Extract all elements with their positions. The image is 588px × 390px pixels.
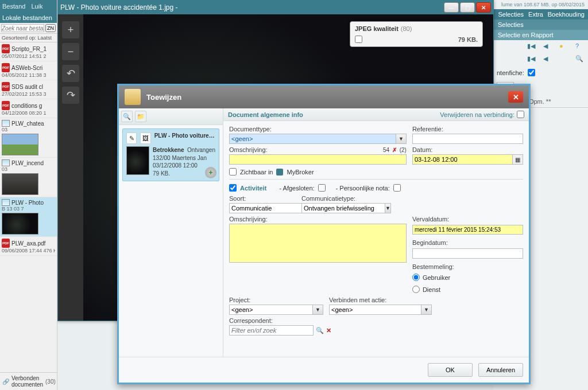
search-icon[interactable]: 🔍 xyxy=(316,327,324,334)
spacer xyxy=(559,55,567,63)
project-select[interactable] xyxy=(229,305,313,315)
dropdown-icon[interactable]: ▼ xyxy=(313,305,323,315)
vervaldatum-input[interactable] xyxy=(412,225,523,235)
omschrijving-input[interactable] xyxy=(229,154,407,165)
gebruiker-radio[interactable] xyxy=(412,274,420,281)
omschrijving-label: Omschrijving: xyxy=(229,146,268,153)
fiche-checkbox[interactable] xyxy=(528,69,535,76)
help-icon[interactable]: ? xyxy=(575,42,583,50)
dienst-radio[interactable] xyxy=(412,286,420,293)
image-icon[interactable]: 🖼 xyxy=(140,132,150,144)
nav-first-icon[interactable]: ▮◀ xyxy=(527,55,535,63)
persnota-checkbox[interactable] xyxy=(393,184,401,192)
viewer-title: PLW - Photo voiture accidentée 1.jpg - xyxy=(60,3,178,11)
afgesloten-label: - Afgesloten: xyxy=(279,185,314,192)
bg-status: lume van 108.67 MB. op 08/02/2015 xyxy=(493,0,588,9)
dropdown-icon[interactable]: ▼ xyxy=(385,203,391,213)
ok-button[interactable]: OK xyxy=(428,363,473,377)
file-list[interactable]: PDFScripto_FR_1 05/07/2012 14:51 2 PDFAS… xyxy=(0,42,57,372)
menu-item-boekhouding[interactable]: Boekhouding xyxy=(548,11,585,18)
menu-bestand[interactable]: Bestand xyxy=(2,3,25,10)
zichtbaar-checkbox[interactable] xyxy=(229,168,237,176)
maximize-button[interactable]: ▢ xyxy=(460,2,475,13)
list-item[interactable]: PLW_chatea 03 xyxy=(0,118,57,158)
dropdown-icon[interactable]: ▼ xyxy=(421,305,432,315)
activiteit-label: Activiteit xyxy=(240,185,266,192)
image-icon xyxy=(2,159,10,166)
thumbnail xyxy=(2,134,38,155)
search-input[interactable] xyxy=(1,24,44,32)
nav-prev-icon[interactable]: ◀ xyxy=(543,42,551,50)
search-button[interactable]: ZN xyxy=(45,24,56,32)
bestemmeling-label: Bestemmeling: xyxy=(412,263,523,270)
correspondent-input[interactable] xyxy=(229,325,314,336)
delete-after-link-checkbox[interactable] xyxy=(517,111,524,118)
nav-prev-icon[interactable]: ◀ xyxy=(543,55,551,63)
search-icon[interactable]: 🔍 xyxy=(575,55,583,63)
datum-input[interactable] xyxy=(412,154,513,165)
close-button[interactable]: ✕ xyxy=(476,2,491,13)
undo-button[interactable]: ↶ xyxy=(62,65,79,82)
bg-toolbar-icons: ▮◀ ◀ ● ? xyxy=(493,40,588,53)
menu-luik[interactable]: Luik xyxy=(31,3,42,10)
list-item-selected[interactable]: PLW - Photo B 13 03 7 xyxy=(0,197,57,237)
dialog-left-panel: 🔍 📁 ✎ 🖼 PLW - Photo voiture ac... Betrok… xyxy=(119,108,223,357)
search-tool-button[interactable]: 🔍 xyxy=(121,111,133,122)
correspondent-label: Correspondent: xyxy=(229,317,327,324)
pdf-icon: PDF xyxy=(2,101,10,110)
activiteit-checkbox[interactable] xyxy=(229,184,237,192)
bg-toolbar-icons-2: ▮◀ ◀ 🔍 xyxy=(493,53,588,65)
dialog-titlebar[interactable]: Toewijzen ✕ xyxy=(119,85,529,108)
afgesloten-checkbox[interactable] xyxy=(318,184,326,192)
list-item[interactable]: PDFconditions g 04/12/2008 08:20 1 xyxy=(0,99,57,118)
sidebar-footer[interactable]: 🔗 Verbonden documenten (30) xyxy=(0,372,57,390)
menu-item-selecties[interactable]: Selecties xyxy=(498,11,524,18)
soort-select[interactable] xyxy=(229,203,313,213)
quality-checkbox[interactable] xyxy=(355,36,362,43)
pdf-icon: PDF xyxy=(2,82,10,91)
nav-first-icon[interactable]: ▮◀ xyxy=(527,42,535,50)
mybroker-label: MyBroker xyxy=(287,169,314,176)
dropdown-icon[interactable]: ▼ xyxy=(396,134,407,144)
folder-tool-button[interactable]: 📁 xyxy=(135,111,146,122)
cancel-button[interactable]: Annuleren xyxy=(478,363,523,377)
edit-icon[interactable]: ✎ xyxy=(126,132,137,144)
submenu-selectie-rapport[interactable]: Selectie en Rapport xyxy=(493,30,588,40)
zoom-out-button[interactable]: − xyxy=(62,43,79,60)
document-card[interactable]: ✎ 🖼 PLW - Photo voiture ac... Betrokkene… xyxy=(122,128,219,181)
menu-item-extra[interactable]: Extra xyxy=(528,11,543,18)
quality-size: 79 KB. xyxy=(458,36,478,43)
list-item[interactable]: PDFASWeb-Scri 04/05/2012 11:38 3 xyxy=(0,61,57,80)
zoom-in-button[interactable]: + xyxy=(62,21,79,38)
list-item[interactable]: PDFSDS audit cl 27/02/2012 15:53 3 xyxy=(0,80,57,99)
omschrijving-counter: 54 ✗ (2) xyxy=(383,147,407,153)
mybroker-icon xyxy=(276,169,283,176)
referentie-input[interactable] xyxy=(412,134,523,144)
add-to-db-icon[interactable]: + xyxy=(205,167,216,178)
documenttype-input[interactable] xyxy=(229,134,396,144)
dialog-close-button[interactable]: ✕ xyxy=(508,91,523,103)
clear-icon[interactable]: ✕ xyxy=(326,327,331,334)
bulb-icon[interactable]: ● xyxy=(559,42,567,50)
right-header: Document algemene info Verwijderen na ve… xyxy=(223,108,529,121)
list-item[interactable]: PLW_incend 03 xyxy=(0,158,57,197)
commtype-select[interactable] xyxy=(301,203,385,213)
zichtbaar-label: Zichtbaar in xyxy=(240,169,273,176)
begindatum-input[interactable] xyxy=(412,248,523,259)
redo-button[interactable]: ↷ xyxy=(62,87,79,104)
bg-submenu: Selecties Selectie en Rapport xyxy=(493,20,588,40)
list-item[interactable]: PDFScripto_FR_1 05/07/2012 14:51 2 xyxy=(0,42,57,61)
assign-dialog: Toewijzen ✕ 🔍 📁 ✎ 🖼 PLW - Photo voiture … xyxy=(117,84,531,384)
calendar-icon[interactable]: ▦ xyxy=(513,154,523,165)
viewer-titlebar[interactable]: PLW - Photo voiture accidentée 1.jpg - —… xyxy=(58,1,493,14)
sidebar-menubar: Bestand Luik xyxy=(0,0,57,13)
list-item[interactable]: PDFPLW_axa.pdf 09/06/2008 17:44 476 KB. xyxy=(0,237,57,256)
sidebar-search: ZN xyxy=(0,23,57,34)
fiche-label: ntenfiche: xyxy=(497,69,524,76)
submenu-selecties[interactable]: Selecties xyxy=(493,20,588,30)
verbinden-select[interactable] xyxy=(329,305,421,315)
vervaldatum-label: Vervaldatum: xyxy=(412,216,523,223)
minimize-button[interactable]: — xyxy=(444,2,459,13)
omschrijving-textarea[interactable] xyxy=(229,224,407,263)
clear-icon[interactable]: ✗ xyxy=(392,147,397,153)
